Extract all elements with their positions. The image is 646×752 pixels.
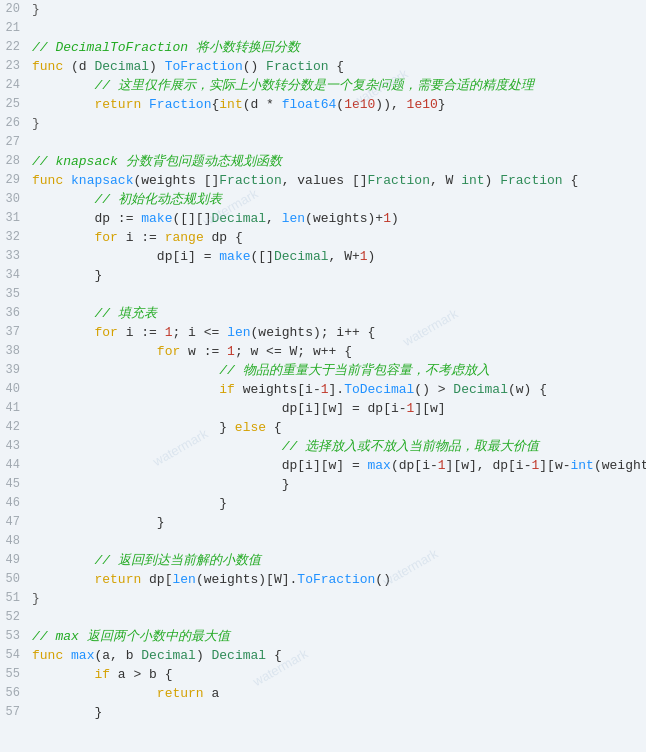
line-number: 47: [0, 513, 32, 532]
table-row: 55 if a > b {: [0, 665, 646, 684]
line-content: } else {: [32, 418, 646, 437]
table-row: 26}: [0, 114, 646, 133]
table-row: 24 // 这里仅作展示，实际上小数转分数是一个复杂问题，需要合适的精度处理: [0, 76, 646, 95]
line-number: 55: [0, 665, 32, 684]
line-content: dp[i] = make([]Decimal, W+1): [32, 247, 646, 266]
table-row: 46 }: [0, 494, 646, 513]
line-number: 32: [0, 228, 32, 247]
line-content: // 填充表: [32, 304, 646, 323]
line-number: 27: [0, 133, 32, 152]
line-content: }: [32, 266, 646, 285]
table-row: 27: [0, 133, 646, 152]
table-row: 45 }: [0, 475, 646, 494]
line-content: [32, 285, 646, 304]
line-content: // max 返回两个小数中的最大值: [32, 627, 646, 646]
line-content: return Fraction{int(d * float64(1e10)), …: [32, 95, 646, 114]
line-number: 34: [0, 266, 32, 285]
line-number: 30: [0, 190, 32, 209]
line-number: 22: [0, 38, 32, 57]
table-row: 54func max(a, b Decimal) Decimal {: [0, 646, 646, 665]
line-content: // 物品的重量大于当前背包容量，不考虑放入: [32, 361, 646, 380]
line-content: for w := 1; w <= W; w++ {: [32, 342, 646, 361]
line-number: 53: [0, 627, 32, 646]
line-number: 20: [0, 0, 32, 19]
line-number: 28: [0, 152, 32, 171]
table-row: 52: [0, 608, 646, 627]
line-number: 23: [0, 57, 32, 76]
table-row: 44 dp[i][w] = max(dp[i-1][w], dp[i-1][w-…: [0, 456, 646, 475]
line-number: 36: [0, 304, 32, 323]
table-row: 30 // 初始化动态规划表: [0, 190, 646, 209]
line-number: 26: [0, 114, 32, 133]
line-content: // DecimalToFraction 将小数转换回分数: [32, 38, 646, 57]
line-number: 21: [0, 19, 32, 38]
table-row: 41 dp[i][w] = dp[i-1][w]: [0, 399, 646, 418]
line-content: }: [32, 589, 646, 608]
table-row: 40 if weights[i-1].ToDecimal() > Decimal…: [0, 380, 646, 399]
line-content: // 这里仅作展示，实际上小数转分数是一个复杂问题，需要合适的精度处理: [32, 76, 646, 95]
line-content: func max(a, b Decimal) Decimal {: [32, 646, 646, 665]
line-content: for i := range dp {: [32, 228, 646, 247]
line-content: // 选择放入或不放入当前物品，取最大价值: [32, 437, 646, 456]
line-number: 40: [0, 380, 32, 399]
line-number: 43: [0, 437, 32, 456]
line-number: 49: [0, 551, 32, 570]
table-row: 49 // 返回到达当前解的小数值: [0, 551, 646, 570]
table-row: 28// knapsack 分数背包问题动态规划函数: [0, 152, 646, 171]
line-content: return a: [32, 684, 646, 703]
table-row: 47 }: [0, 513, 646, 532]
table-row: 23func (d Decimal) ToFraction() Fraction…: [0, 57, 646, 76]
line-content: [32, 133, 646, 152]
line-content: }: [32, 494, 646, 513]
line-content: func (d Decimal) ToFraction() Fraction {: [32, 57, 646, 76]
line-content: return dp[len(weights)[W].ToFraction(): [32, 570, 646, 589]
line-content: if weights[i-1].ToDecimal() > Decimal(w)…: [32, 380, 646, 399]
line-content: // knapsack 分数背包问题动态规划函数: [32, 152, 646, 171]
table-row: 35: [0, 285, 646, 304]
table-row: 51}: [0, 589, 646, 608]
line-number: 37: [0, 323, 32, 342]
line-number: 48: [0, 532, 32, 551]
line-number: 35: [0, 285, 32, 304]
line-content: if a > b {: [32, 665, 646, 684]
line-content: dp[i][w] = max(dp[i-1][w], dp[i-1][w-int…: [32, 456, 646, 475]
table-row: 53// max 返回两个小数中的最大值: [0, 627, 646, 646]
line-content: // 返回到达当前解的小数值: [32, 551, 646, 570]
line-content: func knapsack(weights []Fraction, values…: [32, 171, 646, 190]
table-row: 48: [0, 532, 646, 551]
line-number: 24: [0, 76, 32, 95]
table-row: 33 dp[i] = make([]Decimal, W+1): [0, 247, 646, 266]
line-content: }: [32, 513, 646, 532]
line-number: 51: [0, 589, 32, 608]
line-content: }: [32, 475, 646, 494]
line-number: 33: [0, 247, 32, 266]
table-row: 38 for w := 1; w <= W; w++ {: [0, 342, 646, 361]
line-number: 29: [0, 171, 32, 190]
table-row: 31 dp := make([][]Decimal, len(weights)+…: [0, 209, 646, 228]
table-row: 25 return Fraction{int(d * float64(1e10)…: [0, 95, 646, 114]
line-number: 39: [0, 361, 32, 380]
line-number: 52: [0, 608, 32, 627]
table-row: 43 // 选择放入或不放入当前物品，取最大价值: [0, 437, 646, 456]
line-number: 50: [0, 570, 32, 589]
table-row: 29func knapsack(weights []Fraction, valu…: [0, 171, 646, 190]
line-content: [32, 532, 646, 551]
code-editor: watermark watermark watermark watermark …: [0, 0, 646, 752]
line-number: 41: [0, 399, 32, 418]
line-content: [32, 19, 646, 38]
table-row: 22// DecimalToFraction 将小数转换回分数: [0, 38, 646, 57]
line-number: 45: [0, 475, 32, 494]
line-number: 46: [0, 494, 32, 513]
line-number: 31: [0, 209, 32, 228]
line-number: 57: [0, 703, 32, 722]
table-row: 32 for i := range dp {: [0, 228, 646, 247]
table-row: 50 return dp[len(weights)[W].ToFraction(…: [0, 570, 646, 589]
table-row: 34 }: [0, 266, 646, 285]
table-row: 56 return a: [0, 684, 646, 703]
table-row: 57 }: [0, 703, 646, 722]
table-row: 37 for i := 1; i <= len(weights); i++ {: [0, 323, 646, 342]
line-number: 54: [0, 646, 32, 665]
line-content: [32, 608, 646, 627]
line-number: 44: [0, 456, 32, 475]
line-content: }: [32, 0, 646, 19]
